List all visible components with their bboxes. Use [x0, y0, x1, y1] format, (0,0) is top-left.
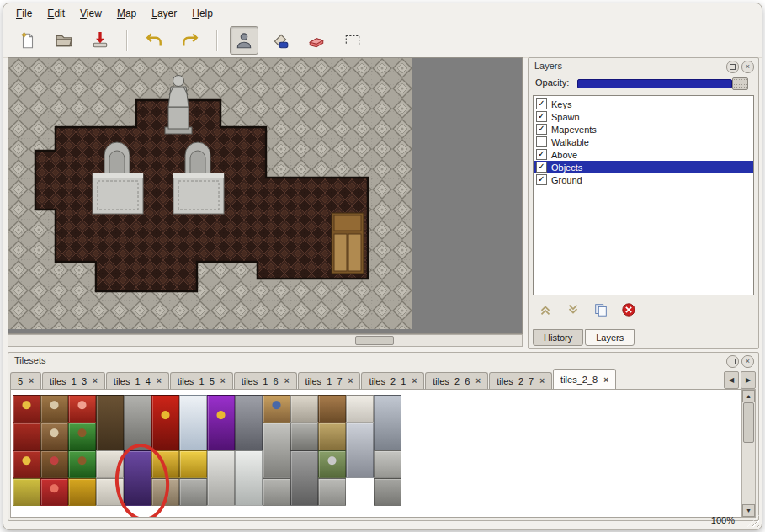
layer-visibility-checkbox[interactable]: ✓: [536, 162, 547, 173]
fill-tool-button[interactable]: [266, 26, 295, 55]
scroll-down-icon[interactable]: ▼: [742, 504, 755, 517]
layer-visibility-checkbox[interactable]: ✓: [536, 174, 547, 185]
delete-layer-button[interactable]: [619, 300, 639, 320]
tile-angel-statue[interactable]: [235, 450, 263, 506]
tile-red-seal[interactable]: [68, 395, 96, 423]
tile-knight-statue[interactable]: [346, 423, 374, 478]
tile-gold-crown[interactable]: [179, 450, 207, 478]
tile-emblem-banner[interactable]: [13, 450, 40, 478]
tile-potted-plant[interactable]: [68, 423, 96, 450]
layer-row-ground[interactable]: ✓Ground: [534, 173, 753, 186]
layer-visibility-checkbox[interactable]: ✓: [536, 149, 547, 160]
close-tab-icon[interactable]: ×: [93, 376, 98, 386]
tab-scroll-right-button[interactable]: ▶: [741, 371, 756, 389]
layer-row-mapevents[interactable]: ✓Mapevents: [534, 123, 753, 136]
layer-visibility-checkbox[interactable]: [536, 136, 547, 147]
menu-layer[interactable]: Layer: [144, 4, 184, 23]
tile-chest[interactable]: [318, 423, 346, 450]
layer-visibility-checkbox[interactable]: ✓: [536, 98, 547, 109]
tile-red-throne[interactable]: [151, 395, 179, 450]
tileset-tab-tiles_2_8[interactable]: tiles_2_8×: [553, 369, 616, 390]
new-file-button[interactable]: [13, 26, 42, 55]
tile-light-crate[interactable]: [346, 395, 374, 423]
menu-map[interactable]: Map: [109, 4, 144, 23]
layer-row-keys[interactable]: ✓Keys: [534, 98, 753, 110]
save-button[interactable]: [86, 26, 114, 55]
tile-armor[interactable]: [374, 395, 401, 450]
tileset-tab-tiles_1_7[interactable]: tiles_1_7×: [298, 372, 361, 389]
tile-white-shelf[interactable]: [290, 395, 318, 423]
menu-view[interactable]: View: [72, 4, 109, 23]
tile-painting[interactable]: [263, 395, 290, 423]
tile-obelisk[interactable]: [263, 423, 290, 478]
tileset-tab-tiles_1_4[interactable]: tiles_1_4×: [106, 372, 169, 389]
person-stamp-button[interactable]: [230, 26, 258, 55]
close-panel-icon[interactable]: ×: [741, 61, 754, 73]
close-tab-icon[interactable]: ×: [412, 376, 417, 386]
tile-iron-door[interactable]: [235, 395, 263, 450]
close-tab-icon[interactable]: ×: [603, 375, 608, 385]
tile-loom[interactable]: [40, 395, 68, 423]
close-panel-icon[interactable]: ×: [741, 355, 754, 368]
tile-red-banner[interactable]: [13, 395, 40, 423]
menu-edit[interactable]: Edit: [40, 4, 72, 23]
layer-visibility-checkbox[interactable]: ✓: [536, 111, 547, 122]
tile-red-pot[interactable]: [40, 478, 68, 506]
scrollbar-thumb[interactable]: [743, 402, 754, 443]
layer-row-spawn[interactable]: ✓Spawn: [534, 110, 753, 123]
tile-gold-banner[interactable]: [13, 478, 40, 506]
tileset-tab-5[interactable]: 5×: [10, 372, 41, 389]
tab-scroll-left-button[interactable]: ◀: [724, 371, 739, 389]
redo-button[interactable]: [176, 26, 205, 55]
layer-row-objects[interactable]: ✓Objects: [534, 161, 753, 173]
undo-button[interactable]: [140, 26, 168, 55]
duplicate-layer-button[interactable]: [591, 300, 611, 320]
tile-stone-door[interactable]: [124, 395, 151, 450]
close-tab-icon[interactable]: ×: [157, 376, 162, 386]
tile-statue-base[interactable]: [179, 478, 207, 506]
close-tab-icon[interactable]: ×: [475, 376, 481, 386]
tab-history[interactable]: History: [533, 329, 583, 346]
tileset-vertical-scrollbar[interactable]: ▲ ▼: [741, 389, 756, 518]
tileset-tab-tiles_2_6[interactable]: tiles_2_6×: [425, 372, 488, 389]
tile-scepter[interactable]: [68, 478, 96, 506]
tile-loom-2[interactable]: [40, 423, 68, 450]
tile-tombstone[interactable]: [263, 478, 290, 506]
tile-gargoyle[interactable]: [290, 450, 318, 506]
tile-white-door[interactable]: [179, 395, 207, 450]
tile-stone-slab[interactable]: [374, 450, 401, 478]
tile-grave-slab-2[interactable]: [374, 478, 401, 506]
eraser-button[interactable]: [302, 26, 331, 55]
opacity-slider[interactable]: [577, 79, 732, 88]
close-tab-icon[interactable]: ×: [284, 376, 290, 386]
tile-purple-throne[interactable]: [207, 395, 235, 450]
layer-row-walkable[interactable]: Walkable: [534, 136, 753, 148]
scrollbar-thumb[interactable]: [355, 336, 394, 345]
close-tab-icon[interactable]: ×: [220, 376, 226, 386]
tileset-tab-tiles_1_6[interactable]: tiles_1_6×: [234, 372, 297, 389]
tile-flower-vase[interactable]: [318, 450, 346, 478]
float-panel-icon[interactable]: [726, 61, 739, 73]
move-down-button[interactable]: [563, 300, 583, 320]
open-folder-button[interactable]: [50, 26, 78, 55]
menu-help[interactable]: Help: [184, 4, 220, 23]
rect-select-button[interactable]: [338, 26, 367, 55]
close-tab-icon[interactable]: ×: [29, 376, 34, 386]
tileset-tab-tiles_1_5[interactable]: tiles_1_5×: [170, 372, 233, 389]
tile-dark-cabinet[interactable]: [96, 395, 124, 450]
tab-layers[interactable]: Layers: [585, 329, 635, 346]
move-up-button[interactable]: [535, 300, 555, 320]
tile-wood-shelf[interactable]: [318, 395, 346, 423]
tileset-tab-tiles_2_1[interactable]: tiles_2_1×: [361, 372, 424, 389]
scroll-up-icon[interactable]: ▲: [742, 390, 755, 402]
close-tab-icon[interactable]: ×: [539, 376, 545, 386]
layer-row-above[interactable]: ✓Above: [534, 148, 753, 161]
tile-bookshelf[interactable]: [40, 450, 68, 478]
tile-red-banner-2[interactable]: [13, 423, 40, 450]
tile-grave-slab[interactable]: [318, 478, 346, 506]
tileset-tab-tiles_1_3[interactable]: tiles_1_3×: [42, 372, 105, 389]
opacity-slider-handle[interactable]: [732, 77, 748, 90]
tileset-tab-tiles_2_7[interactable]: tiles_2_7×: [489, 372, 552, 389]
map-horizontal-scrollbar[interactable]: [8, 334, 523, 347]
float-panel-icon[interactable]: [726, 355, 739, 368]
